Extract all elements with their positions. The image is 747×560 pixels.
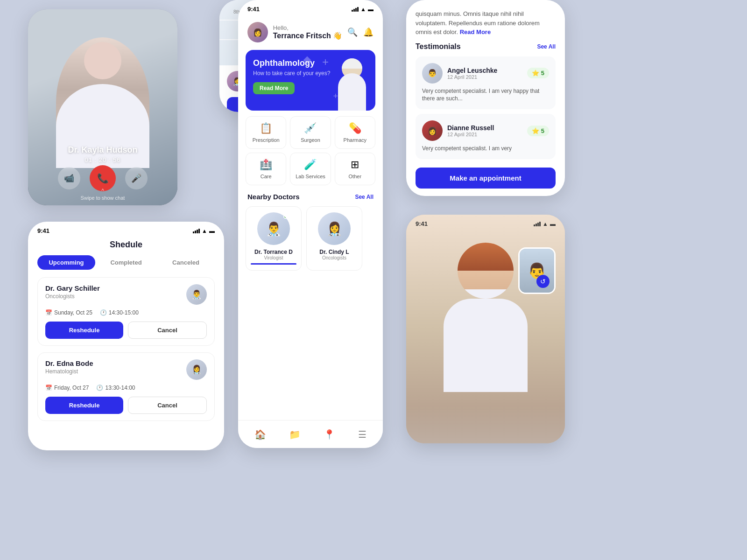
services-grid: 📋 Prescription 💉 Surgeon 💊 Pharmacy 🏥 Ca…: [246, 116, 375, 185]
test-avatar-1: 👨: [422, 63, 443, 84]
gradient-overlay: [406, 406, 565, 443]
videocall2-status-icons: ▲ ▬: [534, 221, 556, 227]
service-other-label: Other: [349, 174, 362, 179]
search-icon[interactable]: 🔍: [347, 27, 358, 37]
user-greeting: Hello, Terrance Fritsch 👋: [273, 24, 343, 40]
service-surgeon[interactable]: 💉 Surgeon: [290, 116, 331, 149]
video-btn[interactable]: 📹: [58, 167, 80, 189]
test-text-1: Very competent specialist. I am very hap…: [422, 87, 549, 103]
service-lab[interactable]: 🧪 Lab Services: [290, 153, 331, 185]
star-icon-1: ⭐: [532, 70, 539, 77]
status-bar-main: 9:41 ▲ ▬: [238, 0, 383, 15]
testimonials-header: Testimonials See All: [416, 42, 556, 51]
service-other[interactable]: ⊞ Other: [335, 153, 375, 185]
doctor-card-1[interactable]: 👨‍⚕️ Dr. Torrance D Virologist: [246, 206, 302, 271]
test-avatar-2: 👩: [422, 120, 443, 141]
tab-completed[interactable]: Completed: [97, 255, 155, 270]
testimonial-header-1: 👨 Angel Leuschke 12 April 2021 ⭐ 5: [422, 63, 549, 84]
make-appointment-btn[interactable]: Make an appointment: [416, 168, 556, 189]
hero-banner: + Ophthalmology How to take care of your…: [246, 50, 375, 111]
nav-menu-icon[interactable]: ☰: [354, 425, 370, 444]
appt-day-1: 📅 Sunday, Oct 25: [45, 309, 92, 316]
cancel-btn-2[interactable]: Cancel: [128, 397, 207, 414]
appointment-card-2: Dr. Edna Bode Hematologist 👩‍⚕️ 📅 Friday…: [37, 352, 215, 421]
service-lab-label: Lab Services: [296, 174, 325, 179]
header-action-icons: 🔍 🔔: [347, 27, 374, 37]
test-date-2: 12 April 2021: [447, 132, 522, 137]
hero-plus-1: +: [322, 56, 329, 69]
service-pharmacy[interactable]: 💊 Pharmacy: [335, 116, 375, 149]
lab-icon: 🧪: [304, 159, 317, 171]
wifi-icon: ▲: [202, 228, 207, 234]
review-intro-text: quisquam minus. Omnis itaque nihil nihil…: [416, 9, 556, 37]
nav-home-icon[interactable]: 🏠: [251, 425, 270, 444]
hero-doc-hair: [342, 58, 362, 69]
test-rating-1: ⭐ 5: [527, 68, 549, 78]
vc2-battery-icon: ▬: [550, 221, 556, 227]
schedule-time: 9:41: [37, 227, 49, 234]
surgeon-icon: 💉: [304, 122, 317, 134]
schedule-tabs: Upcomming Completed Canceled: [37, 255, 215, 270]
status-icons: ▲ ▬: [193, 228, 215, 234]
nav-folder-icon[interactable]: 📁: [285, 425, 304, 444]
main-header: 👩 Hello, Terrance Fritsch 👋 🔍 🔔: [238, 15, 383, 46]
doctor-card-2[interactable]: 👩‍⚕️ Dr. Cindy L Oncologists: [306, 206, 362, 271]
reschedule-btn-1[interactable]: Reshedule: [45, 322, 123, 339]
testimonials-see-all[interactable]: See All: [537, 43, 556, 50]
bottom-navigation: 🏠 📁 📍 ☰: [238, 420, 383, 448]
vc2-signal-icon: [534, 222, 541, 226]
main-wifi-icon: ▲: [360, 6, 366, 13]
clock-icon-2: 🕐: [96, 385, 103, 391]
female-collar: [458, 289, 514, 299]
doctor-specialty-torrance: Virologist: [251, 255, 296, 260]
main-battery-icon: ▬: [368, 6, 374, 13]
appt-header-1: Dr. Gary Schiller Oncologists 👨‍⚕️: [45, 284, 207, 305]
female-body: [444, 299, 528, 392]
star-icon-2: ⭐: [532, 127, 539, 134]
service-prescription[interactable]: 📋 Prescription: [246, 116, 286, 149]
appt-actions-1: Reshedule Cancel: [45, 322, 207, 339]
service-care[interactable]: 🏥 Care: [246, 153, 286, 185]
tab-canceled[interactable]: Canceled: [157, 255, 215, 270]
videocall2-card: 9:41 ▲ ▬ 👨 ↺: [406, 215, 565, 443]
service-surgeon-label: Surgeon: [301, 137, 320, 143]
appt-avatar-2: 👩‍⚕️: [186, 359, 207, 380]
test-name-1: Angel Leuschke: [447, 67, 522, 74]
appt-specialty-1: Oncologists: [45, 293, 100, 300]
nearby-title: Nearby Doctors: [247, 193, 300, 201]
appt-specialty-2: Hematologist: [45, 368, 93, 375]
test-text-2: Very competent specialist. I am very: [422, 145, 549, 153]
appt-info-1: Dr. Gary Schiller Oncologists: [45, 284, 100, 300]
main-status-icons: ▲ ▬: [352, 6, 374, 13]
nearby-section-header: Nearby Doctors See All: [238, 191, 383, 203]
caller-name: Dr. Kayla Hudson: [28, 145, 177, 155]
cancel-btn-1[interactable]: Cancel: [128, 322, 207, 339]
read-more-link[interactable]: Read More: [460, 28, 491, 35]
appt-info-2: Dr. Edna Bode Hematologist: [45, 359, 93, 375]
appt-name-2: Dr. Edna Bode: [45, 359, 93, 367]
appt-avatar-1: 👨‍⚕️: [186, 284, 207, 305]
appt-header-2: Dr. Edna Bode Hematologist 👩‍⚕️: [45, 359, 207, 380]
main-app-inner: 9:41 ▲ ▬ 👩 Hello, Terrance Fritsch 👋 🔍: [238, 0, 383, 448]
testimonials-title: Testimonials: [416, 42, 461, 51]
calendar-icon: 📅: [45, 309, 52, 316]
nav-location-icon[interactable]: 📍: [320, 425, 339, 444]
reviews-card: quisquam minus. Omnis itaque nihil nihil…: [406, 0, 565, 196]
pip-refresh-btn[interactable]: ↺: [536, 275, 550, 288]
reschedule-btn-2[interactable]: Reshedule: [45, 397, 123, 414]
tab-upcoming[interactable]: Upcomming: [37, 255, 95, 270]
appointment-card-1: Dr. Gary Schiller Oncologists 👨‍⚕️ 📅 Sun…: [37, 277, 215, 346]
hero-read-more-btn[interactable]: Read More: [253, 82, 295, 94]
notification-icon[interactable]: 🔔: [363, 27, 374, 37]
doctor-avatar-torrance: 👨‍⚕️: [257, 212, 290, 245]
doctor-name-cindy: Dr. Cindy L: [311, 249, 357, 255]
mute-btn[interactable]: 🎤: [125, 167, 148, 189]
user-avatar: 👩: [247, 22, 268, 42]
female-doctor-figure: [444, 243, 528, 392]
nearby-see-all[interactable]: See All: [355, 194, 374, 200]
service-prescription-label: Prescription: [253, 137, 280, 143]
schedule-card: 9:41 ▲ ▬ Shedule Upcomming Completed Can…: [28, 222, 224, 450]
hero-subtitle: How to take care of your eyes?: [253, 70, 332, 77]
videocall2-time: 9:41: [416, 220, 428, 227]
service-pharmacy-label: Pharmacy: [344, 137, 367, 143]
